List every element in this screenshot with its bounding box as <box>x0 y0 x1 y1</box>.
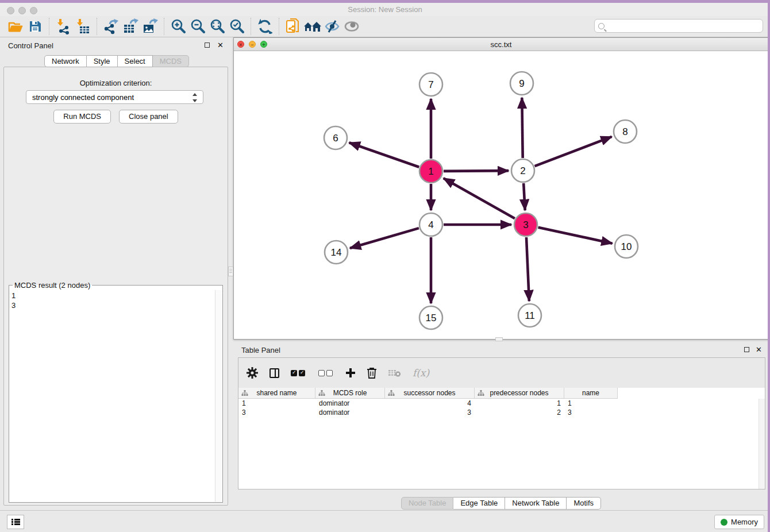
graph-node-6[interactable]: 6 <box>324 126 347 149</box>
toolbar-separator <box>97 18 97 35</box>
column-header-shared-name[interactable]: shared name <box>238 388 315 399</box>
function-builder-button[interactable]: f(x) <box>413 364 429 381</box>
graph-edge-3-1[interactable] <box>444 178 515 218</box>
close-panel-icon[interactable]: ✕ <box>756 345 762 354</box>
table-cell[interactable]: 3 <box>385 408 475 417</box>
zoom-selected-button[interactable] <box>227 18 247 35</box>
table-row[interactable]: 1dominator411 <box>238 399 765 408</box>
svg-text:9: 9 <box>519 78 524 89</box>
svg-text:8: 8 <box>622 126 627 137</box>
table-cell[interactable]: 1 <box>238 399 315 408</box>
column-header-successor-nodes[interactable]: successor nodes <box>385 388 475 399</box>
graph-node-8[interactable]: 8 <box>614 120 637 143</box>
float-panel-icon[interactable] <box>205 43 210 48</box>
graph-edge-2-3[interactable] <box>523 183 525 210</box>
export-network-button[interactable] <box>101 18 121 35</box>
show-column-button[interactable] <box>270 364 279 381</box>
column-header-predecessor-nodes[interactable]: predecessor nodes <box>475 388 564 399</box>
tab-mcds[interactable]: MCDS <box>153 55 189 67</box>
graph-node-7[interactable]: 7 <box>419 73 442 96</box>
import-network-icon <box>56 18 71 34</box>
graph-node-9[interactable]: 9 <box>510 72 533 95</box>
graph-node-4[interactable]: 4 <box>419 213 442 236</box>
graph-edge-1-2[interactable] <box>444 171 509 171</box>
hide-selected-button[interactable] <box>322 18 342 35</box>
svg-text:3: 3 <box>523 219 528 230</box>
delete-table-button[interactable] <box>388 364 401 381</box>
table-cell[interactable]: dominator <box>315 399 385 408</box>
select-all-columns-button[interactable] <box>291 364 307 381</box>
column-header-MCDS-role[interactable]: MCDS role <box>315 388 385 399</box>
delete-column-button[interactable] <box>367 364 377 381</box>
table-cell[interactable]: 2 <box>475 408 564 417</box>
export-table-button[interactable] <box>121 18 140 35</box>
tab-style[interactable]: Style <box>87 55 118 67</box>
task-history-button[interactable] <box>7 515 24 529</box>
import-table-button[interactable] <box>73 18 93 35</box>
graph-node-3[interactable]: 3 <box>514 213 537 236</box>
table-cell[interactable]: 1 <box>475 399 564 408</box>
column-header-name[interactable]: name <box>564 388 618 399</box>
graph-edge-4-14[interactable] <box>350 228 419 248</box>
horizontal-splitter-grip[interactable] <box>495 337 503 341</box>
memory-button[interactable]: Memory <box>714 515 764 529</box>
criterion-dropdown[interactable]: strongly connected component <box>26 90 203 104</box>
import-network-button[interactable] <box>53 18 73 35</box>
graph-edge-3-11[interactable] <box>526 237 529 301</box>
svg-text:4: 4 <box>428 219 433 230</box>
graph-node-1[interactable]: 1 <box>419 160 442 183</box>
table-settings-button[interactable] <box>247 364 258 381</box>
graph-node-2[interactable]: 2 <box>511 159 534 182</box>
table-row[interactable]: 3dominator323 <box>238 408 765 417</box>
graph-node-15[interactable]: 15 <box>419 306 442 329</box>
svg-text:1: 1 <box>428 166 433 177</box>
clone-network-button[interactable] <box>283 18 303 35</box>
float-panel-icon[interactable] <box>744 347 749 352</box>
show-hidden-button[interactable] <box>342 18 361 35</box>
create-column-button[interactable] <box>346 364 355 381</box>
zoom-fit-button[interactable] <box>207 18 227 35</box>
graph-node-10[interactable]: 10 <box>615 235 638 258</box>
network-title: scc.txt <box>234 40 768 49</box>
tab-edge-table[interactable]: Edge Table <box>453 497 505 510</box>
table-cell[interactable]: 4 <box>385 399 475 408</box>
network-graph-canvas[interactable]: 7968124314101511 <box>234 51 768 339</box>
graph-edge-3-10[interactable] <box>538 228 612 244</box>
first-neighbors-button[interactable] <box>303 18 322 35</box>
zoom-out-button[interactable] <box>188 18 207 35</box>
graph-edge-2-9[interactable] <box>522 98 522 158</box>
tab-motifs[interactable]: Motifs <box>567 497 601 510</box>
table-cell[interactable]: 3 <box>564 408 618 417</box>
tab-network[interactable]: Network <box>44 55 87 67</box>
mcds-result-scrollbar[interactable] <box>215 290 222 502</box>
run-mcds-button[interactable]: Run MCDS <box>53 110 111 124</box>
refresh-button[interactable] <box>255 18 275 35</box>
open-session-button[interactable] <box>6 18 25 35</box>
save-session-button[interactable] <box>25 18 45 35</box>
zoom-in-icon <box>170 18 186 34</box>
close-panel-icon[interactable]: ✕ <box>217 41 224 49</box>
search-field[interactable] <box>594 19 763 33</box>
close-panel-button[interactable]: Close panel <box>119 110 178 124</box>
table-scrollbar[interactable] <box>759 399 765 489</box>
tab-node-table[interactable]: Node Table <box>401 497 454 510</box>
tab-network-table[interactable]: Network Table <box>505 497 567 510</box>
mcds-result-list[interactable]: 1 3 <box>11 291 16 310</box>
graph-edge-1-6[interactable] <box>349 142 419 167</box>
table-panel: Table Panel ✕ <box>233 342 769 510</box>
graph-edge-2-8[interactable] <box>535 137 612 166</box>
graph-node-14[interactable]: 14 <box>325 241 348 264</box>
network-window-titlebar[interactable]: × − + scc.txt <box>234 38 768 51</box>
deselect-all-columns-button[interactable] <box>318 364 334 381</box>
graph-node-11[interactable]: 11 <box>518 304 541 327</box>
panel-splitter-grip[interactable] <box>228 267 233 276</box>
table-cell[interactable]: 1 <box>564 399 618 408</box>
memory-status-icon <box>721 519 727 526</box>
search-input[interactable] <box>608 21 763 31</box>
export-network-icon <box>103 18 119 34</box>
table-cell[interactable]: 3 <box>238 408 315 417</box>
tab-select[interactable]: Select <box>118 55 153 67</box>
zoom-in-button[interactable] <box>168 18 188 35</box>
export-image-button[interactable] <box>140 18 160 35</box>
table-cell[interactable]: dominator <box>315 408 385 417</box>
